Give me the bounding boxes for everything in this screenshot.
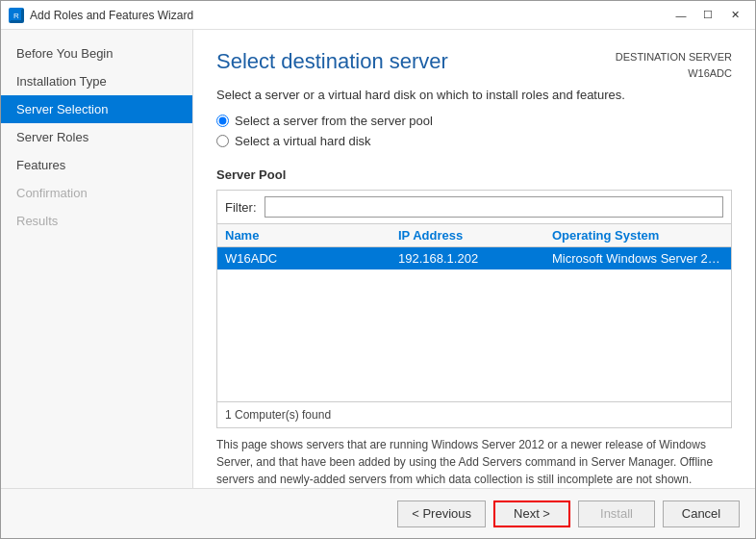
sidebar-item-installation-type[interactable]: Installation Type bbox=[1, 67, 192, 95]
server-pool-box: Filter: Name IP Address Operating System… bbox=[216, 190, 732, 428]
sidebar-item-before-you-begin[interactable]: Before You Begin bbox=[1, 39, 192, 67]
server-pool-section-title: Server Pool bbox=[216, 167, 732, 182]
minimize-button[interactable]: — bbox=[668, 5, 693, 26]
filter-label: Filter: bbox=[225, 200, 257, 215]
col-header-os: Operating System bbox=[552, 228, 723, 243]
dest-server-name: W16ADC bbox=[616, 65, 732, 82]
dest-server-label: DESTINATION SERVER bbox=[616, 49, 732, 65]
radio-vhd[interactable]: Select a virtual hard disk bbox=[216, 134, 732, 148]
radio-server-pool-input[interactable] bbox=[216, 115, 229, 127]
sidebar-item-confirmation: Confirmation bbox=[1, 179, 192, 207]
cell-os: Microsoft Windows Server 2016 Standard E… bbox=[552, 251, 723, 266]
radio-vhd-input[interactable] bbox=[216, 135, 229, 147]
maximize-button[interactable]: ☐ bbox=[695, 5, 720, 26]
radio-group: Select a server from the server pool Sel… bbox=[216, 114, 732, 154]
app-icon: R bbox=[9, 8, 24, 23]
main-panel: Select destination server DESTINATION SE… bbox=[193, 30, 755, 488]
table-header: Name IP Address Operating System bbox=[217, 224, 731, 247]
previous-button[interactable]: < Previous bbox=[397, 500, 486, 527]
sidebar: Before You Begin Installation Type Serve… bbox=[1, 30, 193, 488]
page-header: Select destination server DESTINATION SE… bbox=[216, 49, 732, 88]
filter-row: Filter: bbox=[217, 191, 731, 224]
col-header-ip: IP Address bbox=[398, 228, 552, 243]
wizard-window: R Add Roles and Features Wizard — ☐ ✕ Be… bbox=[0, 0, 756, 539]
radio-server-pool-label: Select a server from the server pool bbox=[235, 114, 433, 128]
svg-text:R: R bbox=[13, 12, 19, 20]
radio-server-pool[interactable]: Select a server from the server pool bbox=[216, 114, 732, 128]
cell-ip: 192.168.1.202 bbox=[398, 251, 552, 266]
window-title: Add Roles and Features Wizard bbox=[30, 9, 668, 22]
main-content: Before You Begin Installation Type Serve… bbox=[1, 30, 755, 488]
next-button[interactable]: Next > bbox=[493, 500, 570, 527]
cancel-button[interactable]: Cancel bbox=[663, 500, 740, 527]
col-header-name: Name bbox=[225, 228, 398, 243]
info-text: This page shows servers that are running… bbox=[216, 436, 732, 488]
sidebar-item-server-selection[interactable]: Server Selection bbox=[1, 95, 192, 123]
cell-name: W16ADC bbox=[225, 251, 398, 266]
table-body: W16ADC 192.168.1.202 Microsoft Windows S… bbox=[217, 247, 731, 401]
install-button[interactable]: Install bbox=[578, 500, 655, 527]
window-controls: — ☐ ✕ bbox=[668, 5, 747, 26]
close-button[interactable]: ✕ bbox=[722, 5, 747, 26]
footer: < Previous Next > Install Cancel bbox=[1, 488, 755, 538]
sidebar-item-results: Results bbox=[1, 207, 192, 235]
table-row[interactable]: W16ADC 192.168.1.202 Microsoft Windows S… bbox=[217, 247, 731, 270]
pool-footer: 1 Computer(s) found bbox=[217, 401, 731, 427]
sidebar-item-server-roles[interactable]: Server Roles bbox=[1, 123, 192, 151]
destination-server-badge: DESTINATION SERVER W16ADC bbox=[616, 49, 732, 81]
title-bar: R Add Roles and Features Wizard — ☐ ✕ bbox=[1, 1, 755, 30]
page-description: Select a server or a virtual hard disk o… bbox=[216, 88, 732, 102]
filter-input[interactable] bbox=[265, 196, 724, 218]
radio-vhd-label: Select a virtual hard disk bbox=[235, 134, 371, 148]
sidebar-item-features[interactable]: Features bbox=[1, 151, 192, 179]
